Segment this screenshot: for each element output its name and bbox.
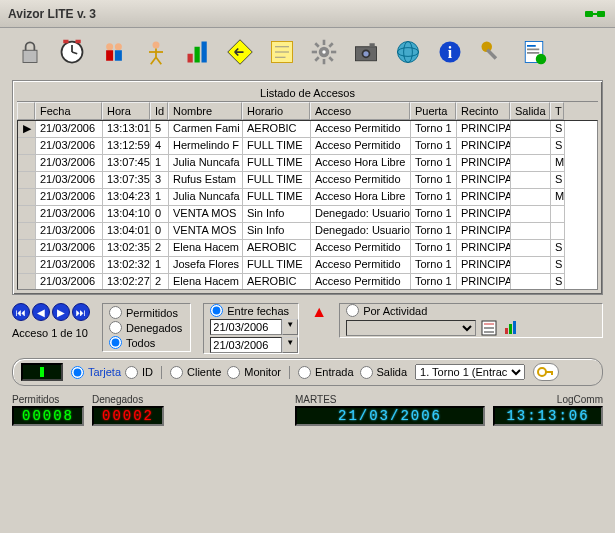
svg-rect-58 [513, 321, 516, 334]
date-from-dropdown[interactable]: ▼ [282, 319, 298, 335]
table-row[interactable]: ▶21/03/200613:13:015Carmen FamiAEROBICAc… [18, 121, 597, 138]
svg-point-35 [322, 50, 326, 54]
radio-denegados[interactable]: Denegados [109, 321, 182, 334]
access-list-panel: Listado de Accesos Fecha Hora Id Nombre … [12, 80, 603, 295]
svg-point-38 [363, 51, 368, 56]
svg-rect-61 [551, 371, 553, 375]
camera-icon[interactable] [348, 34, 384, 70]
table-row[interactable]: 21/03/200613:07:451Julia NuncafaFULL TIM… [18, 155, 597, 172]
radio-id[interactable]: ID [125, 366, 153, 379]
bottom-control-bar: Tarjeta ID Cliente Monitor Entrada Salid… [12, 358, 603, 386]
svg-line-17 [156, 57, 161, 64]
svg-rect-20 [202, 42, 207, 63]
svg-point-51 [536, 54, 547, 65]
table-row[interactable]: 21/03/200613:02:321Josefa FloresFULL TIM… [18, 257, 597, 274]
table-row[interactable]: 21/03/200613:02:272Elena HacemAEROBICAcc… [18, 274, 597, 290]
filter-status-group: Permitidos Denegados Todos [102, 303, 191, 352]
denegados-label: Denegados [92, 394, 164, 405]
col-recinto[interactable]: Recinto [456, 102, 510, 120]
svg-rect-0 [585, 11, 593, 17]
nav-controls: ⏮ ◀ ▶ ⏭ Acceso 1 de 10 [12, 303, 90, 339]
col-puerta[interactable]: Puerta [410, 102, 456, 120]
radio-salida[interactable]: Salida [360, 366, 408, 379]
svg-line-32 [329, 57, 333, 61]
info-icon[interactable]: i [432, 34, 468, 70]
nav-prev-button[interactable]: ◀ [32, 303, 50, 321]
radio-entrada[interactable]: Entrada [298, 366, 354, 379]
chart-icon[interactable] [180, 34, 216, 70]
date-to-input[interactable] [210, 337, 282, 353]
col-id[interactable]: Id [150, 102, 168, 120]
col-salida[interactable]: Salida [510, 102, 550, 120]
radio-todos[interactable]: Todos [109, 336, 182, 349]
radio-monitor[interactable]: Monitor [227, 366, 281, 379]
table-row[interactable]: 21/03/200613:07:353Rufus EstamFULL TIMEA… [18, 172, 597, 189]
denegados-counter: 00002 [92, 406, 164, 426]
radio-cliente[interactable]: Cliente [170, 366, 221, 379]
svg-rect-1 [597, 11, 605, 17]
list-icon[interactable] [480, 319, 498, 337]
date-from-input[interactable] [210, 319, 282, 335]
app-title: Avizor LITE v. 3 [8, 7, 96, 21]
lock-icon[interactable] [12, 34, 48, 70]
grid-header: Fecha Hora Id Nombre Horario Acceso Puer… [17, 101, 598, 120]
form-icon[interactable] [516, 34, 552, 70]
svg-rect-57 [509, 324, 512, 334]
filter-activity-group: Por Actividad [339, 303, 603, 338]
svg-rect-2 [592, 13, 598, 15]
table-row[interactable]: 21/03/200613:02:352Elena HacemAEROBICAcc… [18, 240, 597, 257]
back-sign-icon[interactable] [222, 34, 258, 70]
svg-rect-7 [63, 40, 68, 44]
users-icon[interactable] [96, 34, 132, 70]
globe-icon[interactable] [390, 34, 426, 70]
svg-point-11 [115, 43, 122, 50]
svg-rect-3 [23, 50, 37, 62]
radio-tarjeta[interactable]: Tarjeta [71, 366, 121, 379]
svg-rect-10 [106, 50, 113, 61]
card-indicator [21, 363, 63, 381]
key-button[interactable] [533, 363, 559, 381]
col-acceso[interactable]: Acceso [310, 102, 410, 120]
col-t[interactable]: T [550, 102, 564, 120]
col-horario[interactable]: Horario [242, 102, 310, 120]
tools-icon[interactable] [474, 34, 510, 70]
col-fecha[interactable]: Fecha [35, 102, 102, 120]
svg-point-40 [398, 42, 419, 63]
nav-position-label: Acceso 1 de 10 [12, 327, 88, 339]
radio-permitidos[interactable]: Permitidos [109, 306, 182, 319]
nav-first-button[interactable]: ⏮ [12, 303, 30, 321]
table-row[interactable]: 21/03/200613:12:594Hermelindo FFULL TIME… [18, 138, 597, 155]
clock-icon[interactable] [54, 34, 90, 70]
filter-dates-group: Entre fechas ▼ ▼ [203, 303, 299, 354]
svg-rect-39 [370, 43, 375, 47]
col-nombre[interactable]: Nombre [168, 102, 242, 120]
note-icon[interactable] [264, 34, 300, 70]
bars-icon[interactable] [502, 319, 520, 337]
gear-icon[interactable] [306, 34, 342, 70]
main-toolbar: i [0, 28, 615, 76]
svg-line-34 [315, 57, 319, 61]
table-row[interactable]: 21/03/200613:04:100VENTA MOSSin InfoDene… [18, 206, 597, 223]
svg-text:i: i [448, 44, 453, 61]
time-display: 13:13:06 [493, 406, 603, 426]
date-to-dropdown[interactable]: ▼ [282, 337, 298, 353]
radio-entre-fechas[interactable]: Entre fechas [210, 304, 298, 317]
table-row[interactable]: 21/03/200613:04:010VENTA MOSSin InfoDene… [18, 223, 597, 240]
activity-select[interactable] [346, 320, 476, 336]
table-row[interactable]: 21/03/200613:04:231Julia NuncafaFULL TIM… [18, 189, 597, 206]
svg-rect-19 [195, 47, 200, 63]
svg-line-31 [315, 43, 319, 47]
col-marker[interactable] [17, 102, 35, 120]
svg-rect-8 [76, 40, 81, 44]
nav-last-button[interactable]: ⏭ [72, 303, 90, 321]
date-display: 21/03/2006 [295, 406, 485, 426]
radio-por-actividad[interactable]: Por Actividad [346, 304, 602, 317]
svg-rect-46 [486, 49, 497, 60]
grid-body[interactable]: ▶21/03/200613:13:015Carmen FamiAEROBICAc… [17, 120, 598, 290]
nav-next-button[interactable]: ▶ [52, 303, 70, 321]
svg-rect-18 [188, 54, 193, 63]
person-icon[interactable] [138, 34, 174, 70]
col-hora[interactable]: Hora [102, 102, 150, 120]
day-label: MARTES [295, 394, 485, 405]
door-select[interactable]: 1. Torno 1 (Entrac [415, 364, 525, 380]
